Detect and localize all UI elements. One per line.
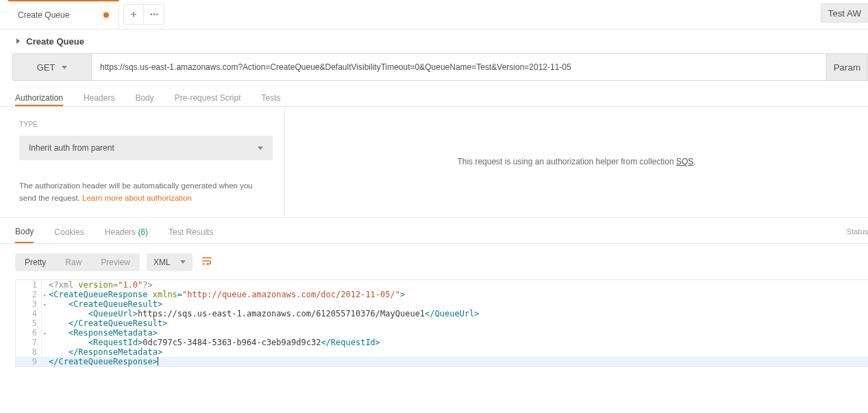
auth-left-pane: TYPE Inherit auth from parent The author… bbox=[0, 107, 285, 217]
line-number: 5 bbox=[16, 318, 42, 328]
auth-type-value: Inherit auth from parent bbox=[29, 143, 114, 153]
code-line[interactable]: 7 <RequestId>0dc797c5-3484-5363-b964-c3e… bbox=[16, 338, 868, 347]
params-button[interactable]: Param bbox=[827, 53, 868, 81]
code-text: <CreateQueueResult> bbox=[42, 299, 162, 309]
fold-icon[interactable]: ▾ bbox=[43, 292, 47, 299]
request-tab-title: Create Queue bbox=[18, 10, 69, 20]
request-title: Create Queue bbox=[26, 36, 84, 47]
tab-headers[interactable]: Headers bbox=[84, 93, 114, 106]
code-line[interactable]: 6▾ <ResponseMetadata> bbox=[16, 328, 868, 338]
auth-inherit-collection-link[interactable]: SQS bbox=[676, 157, 693, 166]
method-value: GET bbox=[37, 62, 55, 73]
chevron-down-icon bbox=[258, 147, 263, 150]
code-text: </ResponseMetadata> bbox=[42, 347, 162, 357]
new-tab-button[interactable] bbox=[123, 4, 144, 25]
tab-authorization[interactable]: Authorization bbox=[15, 93, 63, 106]
line-number: 7 bbox=[16, 338, 42, 347]
resp-tab-headers[interactable]: Headers (6) bbox=[105, 227, 148, 242]
method-dropdown[interactable]: GET bbox=[12, 53, 92, 81]
view-mode-segmented: Pretty Raw Preview bbox=[15, 253, 140, 271]
view-pretty[interactable]: Pretty bbox=[15, 253, 55, 271]
authorization-panel: TYPE Inherit auth from parent The author… bbox=[0, 107, 868, 218]
line-number: 2▾ bbox=[16, 290, 42, 299]
request-title-row: Create Queue bbox=[0, 29, 868, 51]
code-line[interactable]: 3▾ <CreateQueueResult> bbox=[16, 299, 868, 309]
svg-point-0 bbox=[151, 14, 152, 15]
language-value: XML bbox=[153, 258, 171, 267]
code-line[interactable]: 9</CreateQueueResponse> bbox=[16, 357, 868, 366]
tab-tests[interactable]: Tests bbox=[261, 93, 280, 106]
view-preview[interactable]: Preview bbox=[91, 253, 140, 271]
line-number: 9 bbox=[16, 357, 42, 366]
line-number: 3▾ bbox=[16, 299, 42, 309]
auth-inherit-msg-pre: This request is using an authorization h… bbox=[457, 157, 676, 166]
url-input[interactable] bbox=[92, 53, 827, 81]
auth-type-dropdown[interactable]: Inherit auth from parent bbox=[19, 136, 273, 160]
line-number: 4 bbox=[16, 309, 42, 318]
auth-right-pane: This request is using an authorization h… bbox=[285, 107, 868, 217]
tab-prerequest[interactable]: Pre-request Script bbox=[175, 93, 241, 106]
fold-icon[interactable]: ▾ bbox=[43, 301, 47, 308]
auth-type-label: TYPE bbox=[19, 121, 38, 128]
line-number: 1 bbox=[16, 280, 42, 290]
code-text: <RequestId>0dc797c5-3484-5363-b964-c3eb9… bbox=[42, 338, 380, 347]
resp-tab-headers-label: Headers bbox=[105, 227, 136, 237]
chevron-down-icon bbox=[62, 66, 67, 69]
code-text: <QueueUrl>https://sqs.us-east-1.amazonaw… bbox=[42, 309, 480, 318]
request-tab-active[interactable]: Create Queue bbox=[8, 0, 119, 29]
wrap-lines-button[interactable] bbox=[201, 255, 213, 269]
request-subtabs: Authorization Headers Body Pre-request S… bbox=[0, 81, 868, 107]
response-body-editor[interactable]: 1<?xml version="1.0"?>2▾<CreateQueueResp… bbox=[15, 279, 868, 367]
code-text: </CreateQueueResponse> bbox=[42, 357, 158, 366]
request-tabs-bar: Create Queue Test AW bbox=[0, 0, 868, 29]
unsaved-dot-icon bbox=[103, 12, 109, 18]
resp-tab-tests[interactable]: Test Results bbox=[169, 227, 213, 242]
view-raw[interactable]: Raw bbox=[55, 253, 91, 271]
fold-icon[interactable]: ▾ bbox=[43, 330, 47, 337]
tab-body[interactable]: Body bbox=[135, 93, 153, 106]
more-tabs-button[interactable] bbox=[144, 4, 164, 25]
svg-point-1 bbox=[153, 14, 155, 15]
code-text: <CreateQueueResponse xmlns="http://queue… bbox=[42, 290, 405, 299]
text-cursor bbox=[158, 357, 158, 366]
response-tabs: Body Cookies Headers (6) Test Results St… bbox=[0, 218, 868, 244]
code-line[interactable]: 2▾<CreateQueueResponse xmlns="http://que… bbox=[16, 290, 868, 299]
resp-tab-headers-count: (6) bbox=[138, 227, 148, 237]
response-status-label: Status bbox=[847, 227, 868, 236]
code-line[interactable]: 4 <QueueUrl>https://sqs.us-east-1.amazon… bbox=[16, 309, 868, 318]
code-line[interactable]: 5 </CreateQueueResult> bbox=[16, 318, 868, 328]
language-dropdown[interactable]: XML bbox=[147, 253, 193, 271]
line-number: 8 bbox=[16, 347, 42, 357]
code-line[interactable]: 1<?xml version="1.0"?> bbox=[16, 280, 868, 290]
code-text: </CreateQueueResult> bbox=[42, 318, 167, 328]
resp-tab-body[interactable]: Body bbox=[15, 227, 34, 243]
code-line[interactable]: 8 </ResponseMetadata> bbox=[16, 347, 868, 357]
svg-point-2 bbox=[156, 14, 158, 15]
line-number: 6▾ bbox=[16, 328, 42, 338]
auth-inherit-msg-post: . bbox=[693, 157, 695, 166]
resp-tab-cookies[interactable]: Cookies bbox=[54, 227, 84, 242]
auth-help-text: The authorization header will be automat… bbox=[19, 179, 266, 205]
code-text: <ResponseMetadata> bbox=[42, 328, 158, 338]
test-collection-button[interactable]: Test AW bbox=[821, 3, 868, 23]
chevron-down-icon bbox=[180, 260, 186, 264]
response-format-row: Pretty Raw Preview XML bbox=[0, 244, 868, 277]
auth-help-link[interactable]: Learn more about authorization bbox=[82, 194, 192, 202]
caret-right-icon bbox=[16, 38, 20, 44]
url-bar: GET Param bbox=[12, 53, 868, 81]
code-text: <?xml version="1.0"?> bbox=[42, 280, 153, 290]
